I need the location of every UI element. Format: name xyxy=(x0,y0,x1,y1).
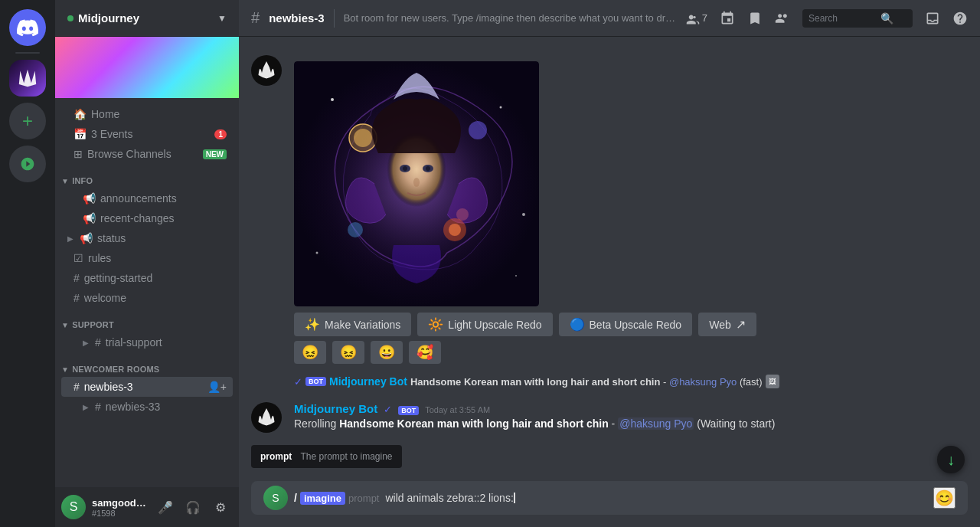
server-banner xyxy=(55,37,239,98)
author-name-2: Midjourney Bot xyxy=(329,375,407,388)
channel-newbies-3[interactable]: # newbies-3 👤+ xyxy=(61,377,233,397)
explore-servers-button[interactable] xyxy=(9,146,46,182)
hash-icon: # xyxy=(74,272,80,284)
channel-header-name: newbies-3 xyxy=(269,11,325,25)
hash-icon: # xyxy=(74,381,80,393)
reaction-button-1[interactable]: 😖 xyxy=(294,341,326,364)
search-bar[interactable]: 🔍 xyxy=(802,9,913,28)
search-icon: 🔍 xyxy=(880,12,893,25)
channel-name: recent-changes xyxy=(100,212,175,224)
command-label: prompt xyxy=(348,493,379,504)
section-newcomer[interactable]: ▼ NEWCOMER ROOMS xyxy=(55,352,239,377)
channel-name: getting-started xyxy=(84,272,153,284)
bot-avatar xyxy=(251,55,282,86)
svg-point-4 xyxy=(469,121,487,139)
web-button[interactable]: Web ↗ xyxy=(698,313,756,336)
browse-icon: ⊞ xyxy=(74,148,83,160)
prompt-label: prompt xyxy=(260,451,292,462)
section-arrow: ▼ xyxy=(61,177,69,185)
timestamp-3: Today at 3:55 AM xyxy=(425,405,490,414)
bookmark-icon[interactable] xyxy=(747,11,763,26)
message-group-3: Midjourney Bot ✓ BOT Today at 3:55 AM Re… xyxy=(239,396,980,436)
home-icon: 🏠 xyxy=(74,108,87,120)
channel-header: # newbies-3 Bot room for new users. Type… xyxy=(239,0,980,37)
scroll-to-bottom-button[interactable]: ↓ xyxy=(937,446,965,473)
channel-announcements[interactable]: 📢 announcements xyxy=(61,188,233,208)
inbox-icon[interactable] xyxy=(925,11,940,26)
megaphone-icon: 📢 xyxy=(80,232,93,244)
section-support[interactable]: ▼ SUPPORT xyxy=(55,308,239,332)
message-input-area: S / imagine prompt wild animals zebra::2… xyxy=(239,481,980,527)
hash-icon: # xyxy=(95,336,101,349)
add-server-button[interactable]: + xyxy=(9,103,46,139)
server-name: Midjourney xyxy=(78,11,139,25)
channel-rules[interactable]: ☑ rules xyxy=(61,248,233,268)
action-buttons: ✨ Make Variations 🔆 Light Upscale Redo 🔵… xyxy=(294,313,968,336)
svg-point-12 xyxy=(413,178,420,187)
message-content: ✨ Make Variations 🔆 Light Upscale Redo 🔵… xyxy=(294,55,968,364)
slash-command: / imagine prompt xyxy=(294,492,379,505)
search-input[interactable] xyxy=(808,13,877,24)
web-label: Web xyxy=(709,319,731,331)
reaction-button-2[interactable]: 😖 xyxy=(332,341,364,364)
emoji-picker-button[interactable]: 😊 xyxy=(933,487,956,509)
people-icon[interactable] xyxy=(775,11,790,26)
beta-upscale-button[interactable]: 🔵 Beta Upscale Redo xyxy=(559,313,693,336)
mute-button[interactable]: 🎤 xyxy=(153,495,178,519)
browse-channels-item[interactable]: ⊞ Browse Channels NEW xyxy=(61,144,233,164)
emoji-3: 😀 xyxy=(378,344,395,361)
image-file-icon: 🖼 xyxy=(766,375,779,388)
user-avatar: S xyxy=(61,495,86,519)
user-tag: #1598 xyxy=(92,509,147,518)
help-icon[interactable] xyxy=(952,11,968,26)
channel-trial-support[interactable]: ▶ # trial-support xyxy=(61,332,233,352)
notification-pin-icon[interactable] xyxy=(720,11,735,26)
channel-welcome[interactable]: # welcome xyxy=(61,288,233,308)
channel-status[interactable]: ▶ 📢 status xyxy=(61,228,233,248)
channel-arrow: ▶ xyxy=(83,339,89,347)
verified-icon-3: ✓ xyxy=(384,404,392,415)
home-item[interactable]: 🏠 Home xyxy=(61,104,233,124)
channel-recent-changes[interactable]: 📢 recent-changes xyxy=(61,208,233,228)
message-group-2: ✓ BOT Midjourney Bot Handsome Korean man… xyxy=(239,367,980,393)
add-member-icon: 👤+ xyxy=(207,381,227,393)
input-value-area[interactable]: wild animals zebra::2 lions: xyxy=(385,492,927,504)
events-icon: 📅 xyxy=(74,128,87,140)
channel-newbies-33[interactable]: ▶ # newbies-33 xyxy=(61,397,233,417)
channel-topic: Bot room for new users. Type /imagine th… xyxy=(344,12,677,24)
external-link-icon: ↗ xyxy=(736,317,746,332)
home-label: Home xyxy=(91,108,119,120)
channel-name: newbies-33 xyxy=(106,401,161,413)
reaction-button-4[interactable]: 🥰 xyxy=(409,341,441,364)
mention-3: @haksung Pyo xyxy=(618,417,694,430)
members-icon[interactable]: 7 xyxy=(686,11,707,25)
svg-point-15 xyxy=(522,213,525,216)
midjourney-server-icon[interactable] xyxy=(9,60,46,97)
header-icons: 7 🔍 xyxy=(686,9,968,28)
reaction-button-3[interactable]: 😀 xyxy=(371,341,403,364)
message-content-3: Midjourney Bot ✓ BOT Today at 3:55 AM Re… xyxy=(294,402,968,433)
light-upscale-button[interactable]: 🔆 Light Upscale Redo xyxy=(417,313,552,336)
beta-upscale-label: Beta Upscale Redo xyxy=(590,319,682,331)
section-info[interactable]: ▼ INFO xyxy=(55,164,239,188)
server-header[interactable]: Midjourney ▼ xyxy=(55,0,239,37)
variations-icon: ✨ xyxy=(305,317,320,332)
deafen-button[interactable]: 🎧 xyxy=(181,495,205,519)
channel-getting-started[interactable]: # getting-started xyxy=(61,268,233,288)
text-cursor xyxy=(514,493,515,503)
make-variations-button[interactable]: ✨ Make Variations xyxy=(294,313,411,336)
prompt-tooltip: prompt The prompt to imagine xyxy=(251,445,402,468)
discord-home-icon[interactable] xyxy=(9,9,46,46)
cosmic-portrait xyxy=(294,61,539,306)
user-info: samgoodw... #1598 xyxy=(92,497,147,518)
events-label: 3 Events xyxy=(91,128,132,140)
light-upscale-label: Light Upscale Redo xyxy=(448,319,541,331)
svg-point-16 xyxy=(316,252,318,254)
bot-badge-3: BOT xyxy=(398,406,419,415)
hash-icon: # xyxy=(95,401,101,413)
section-label: INFO xyxy=(72,176,93,185)
svg-point-11 xyxy=(426,166,430,171)
settings-button[interactable]: ⚙ xyxy=(208,495,233,519)
inline-text: Handsome Korean man with long hair and s… xyxy=(410,376,763,388)
events-item[interactable]: 📅 3 Events 1 xyxy=(61,124,233,144)
